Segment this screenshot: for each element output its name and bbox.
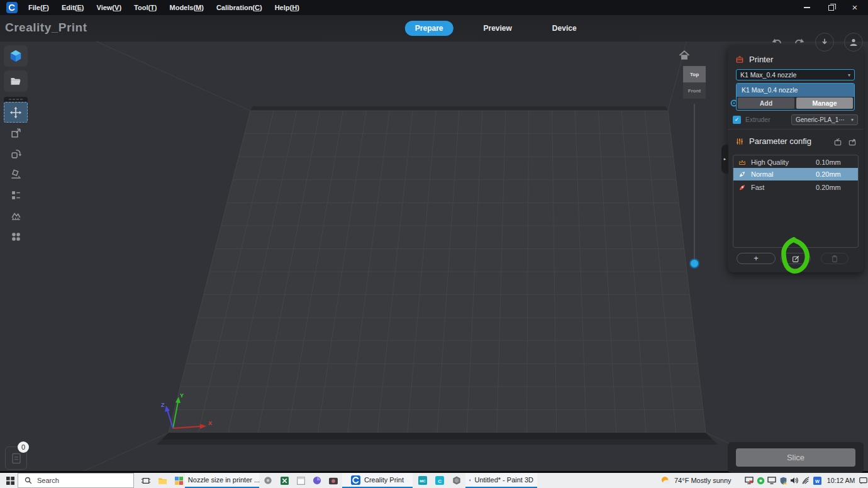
lay-flat-tool-button[interactable]	[4, 164, 28, 185]
pinned-app-cteal-button[interactable]: C	[432, 473, 447, 488]
slice-button[interactable]: Slice	[736, 448, 855, 467]
tab-preview[interactable]: Preview	[473, 21, 521, 36]
pinned-app-purple-button[interactable]	[309, 473, 325, 488]
menu-items: File(F) Edit(E) View(V) Tool(T) Models(M…	[28, 4, 299, 11]
menu-view[interactable]: View(V)	[97, 4, 122, 11]
add-profile-button[interactable]: +	[737, 253, 776, 264]
tray-green-app[interactable]	[755, 473, 766, 488]
menu-calibration[interactable]: Calibration(C)	[216, 4, 262, 11]
camera-app-icon	[329, 477, 338, 485]
profile-row-high-quality[interactable]: High Quality 0.10mm	[733, 157, 858, 168]
close-button[interactable]: ×	[850, 3, 859, 12]
profile-row-normal[interactable]: Normal 0.20mm	[733, 168, 858, 180]
axis-x-label: X	[208, 420, 212, 426]
pinned-app-window-button[interactable]	[293, 473, 308, 488]
tray-security[interactable]	[777, 473, 789, 488]
move-tool-button[interactable]	[4, 102, 28, 123]
tray-display[interactable]	[766, 473, 777, 488]
document-icon	[11, 452, 22, 465]
home-view-button[interactable]	[678, 49, 691, 62]
tab-device[interactable]: Device	[542, 21, 587, 36]
svg-text:W: W	[815, 478, 820, 484]
pinned-app-hexagon-button[interactable]	[449, 473, 464, 488]
paint3d-window-button[interactable]: Untitled* - Paint 3D	[465, 473, 537, 488]
minimize-icon	[804, 7, 810, 8]
import-config-icon[interactable]	[833, 138, 842, 147]
tray-w-app[interactable]: W	[811, 473, 823, 488]
export-config-icon[interactable]	[848, 138, 857, 147]
menu-tool[interactable]: Tool(T)	[134, 4, 157, 11]
c-teal-icon: C	[435, 476, 444, 485]
rotate-icon	[10, 148, 22, 160]
open-file-button[interactable]	[4, 70, 28, 92]
creality-taskbar-icon	[351, 475, 360, 485]
search-icon	[25, 477, 32, 484]
add-model-button[interactable]	[4, 45, 28, 67]
undo-icon[interactable]	[771, 37, 783, 47]
dock-drag-handle[interactable]	[4, 97, 28, 102]
view-cube[interactable]: Top Front	[683, 66, 706, 99]
delete-profile-button[interactable]	[821, 253, 849, 264]
object-list-button[interactable]	[4, 185, 28, 206]
header-actions	[771, 33, 863, 52]
firefox-window-title: Nozzle size in printer ...	[188, 476, 260, 484]
photos-icon	[175, 477, 183, 485]
task-view-button[interactable]	[138, 473, 153, 488]
printer-select[interactable]: K1 Max_0.4 nozzle ▾	[736, 69, 855, 80]
axis-y-label: Y	[180, 392, 184, 399]
pinned-app-green-button[interactable]	[277, 473, 292, 488]
scale-tool-button[interactable]	[4, 123, 28, 143]
weather-widget[interactable]: 74°F Mostly sunny	[660, 473, 742, 488]
menu-help[interactable]: Help(H)	[275, 4, 299, 11]
pinned-app-mc-button[interactable]: MC	[415, 473, 430, 488]
arrange-tool-button[interactable]	[4, 226, 28, 247]
tray-volume[interactable]	[789, 473, 800, 488]
photos-app-button[interactable]	[171, 473, 186, 488]
edit-profile-button[interactable]	[781, 253, 811, 264]
pinned-app-camera-button[interactable]	[326, 473, 341, 488]
user-account-button[interactable]	[844, 33, 863, 52]
menu-edit[interactable]: Edit(E)	[62, 4, 84, 11]
start-button[interactable]	[3, 473, 18, 488]
creality-window-title: Creality Print	[364, 476, 404, 484]
printer-settings-panel: ▸ Printer K1 Max_0.4 nozzle ▾ K1 Max_0.4…	[728, 45, 864, 272]
taskbar-search-box[interactable]: Search	[18, 473, 134, 488]
panel-collapse-handle[interactable]: ▸	[721, 145, 728, 174]
layer-slider-knob[interactable]	[689, 258, 699, 269]
green-circle-icon	[757, 477, 765, 485]
file-explorer-button[interactable]	[155, 473, 170, 488]
extruder-checkbox[interactable]: ✓	[733, 116, 741, 124]
parameter-config-title: Parameter config	[749, 136, 811, 146]
tab-prepare[interactable]: Prepare	[405, 21, 453, 36]
tray-display-alert[interactable]	[743, 473, 755, 488]
profile-row-fast[interactable]: Fast 0.20mm	[733, 182, 858, 193]
white-window-icon	[297, 477, 305, 485]
creality-window-button[interactable]: Creality Print	[342, 473, 413, 488]
collapse-arrow-icon: ▸	[724, 157, 726, 162]
layer-slider-track[interactable]	[694, 104, 695, 263]
printer-dropdown-item[interactable]: K1 Max_0.4 nozzle	[737, 84, 854, 97]
tray-network[interactable]	[800, 473, 811, 488]
page-title: Creality_Print	[5, 21, 87, 35]
rotate-tool-button[interactable]	[4, 143, 28, 164]
monitor-icon	[767, 477, 776, 484]
material-select[interactable]: Generic-PLA_1⋯ ▾	[791, 114, 858, 125]
restore-icon	[828, 5, 834, 11]
view-cube-front[interactable]: Front	[683, 82, 706, 99]
support-tool-button[interactable]	[4, 206, 28, 226]
firefox-window-button[interactable]: Nozzle size in printer ...	[185, 473, 259, 488]
notification-center-button[interactable]	[858, 473, 868, 488]
download-button[interactable]	[815, 33, 834, 52]
restore-button[interactable]	[826, 3, 835, 12]
gray-app-icon	[264, 476, 272, 485]
view-cube-top[interactable]: Top	[683, 66, 706, 82]
taskbar-clock[interactable]: 10:12 AM	[824, 473, 858, 488]
redo-icon[interactable]	[793, 37, 805, 47]
move-icon	[9, 106, 22, 119]
add-printer-button[interactable]: Add	[738, 97, 794, 109]
menu-models[interactable]: Models(M)	[170, 4, 204, 11]
minimize-button[interactable]	[803, 3, 811, 12]
pinned-app-gray-button[interactable]	[260, 473, 275, 488]
manage-printer-button[interactable]: Manage	[796, 97, 853, 109]
menu-file[interactable]: File(F)	[28, 4, 49, 11]
